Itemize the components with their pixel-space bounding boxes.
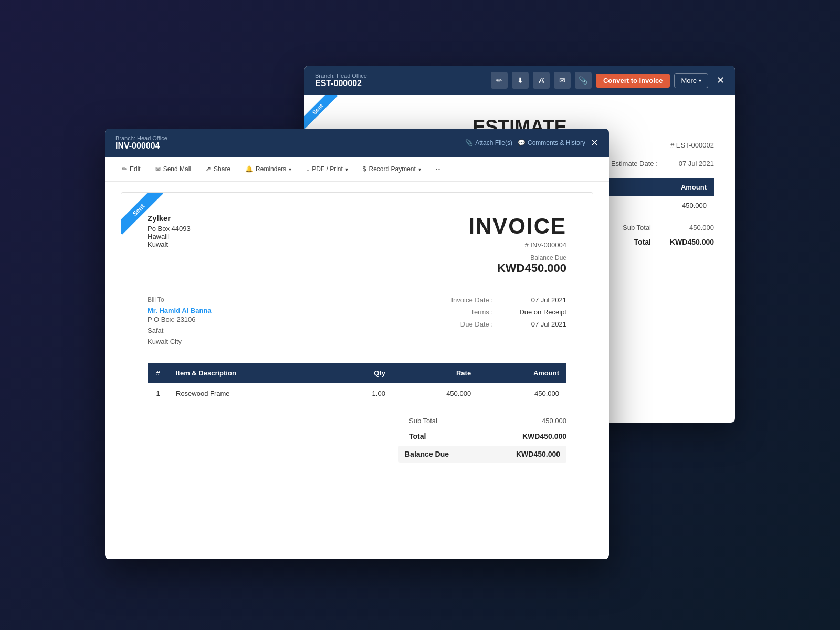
attach-files-button[interactable]: 📎 Attach File(s): [465, 139, 512, 146]
inv-row-item: Rosewood Frame: [169, 383, 332, 404]
inv-total-value: KWD450.000: [522, 432, 566, 440]
estimate-print-icon[interactable]: 🖨: [533, 72, 550, 89]
invoice-close-button[interactable]: ✕: [591, 137, 598, 149]
due-date-label: Due Date :: [440, 320, 493, 328]
invoice-doc-number: INV-000004: [116, 141, 167, 151]
estimate-close-button[interactable]: ✕: [717, 75, 724, 86]
estimate-save-icon[interactable]: ⬇: [512, 72, 529, 89]
inv-row-qty: 1.00: [332, 383, 393, 404]
invoice-ref: # INV-000004: [468, 241, 566, 249]
inv-subtotal-label: Sub Total: [409, 417, 437, 425]
send-mail-button[interactable]: ✉ Send Mail: [149, 162, 197, 176]
due-date-row: Due Date : 07 Jul 2021: [440, 320, 566, 328]
invoice-window: Branch: Head Office INV-000004 📎 Attach …: [105, 129, 609, 559]
estimate-header-actions: ✏ ⬇ 🖨 ✉ 📎 Convert to Invoice More ▾ ✕: [491, 72, 724, 89]
table-row: 1 Rosewood Frame 1.00 450.000 450.000: [148, 383, 566, 404]
inv-col-qty: Qty: [332, 363, 393, 383]
reminders-chevron-icon: ▾: [289, 166, 291, 172]
invoice-header: Branch: Head Office INV-000004 📎 Attach …: [105, 129, 609, 157]
pdf-print-button[interactable]: ↓ PDF / Print ▾: [300, 162, 354, 176]
invoice-dates: Invoice Date : 07 Jul 2021 Terms : Due o…: [440, 296, 566, 347]
inv-col-rate: Rate: [393, 363, 478, 383]
paperclip-icon: 📎: [465, 139, 473, 146]
estimate-mail-icon[interactable]: ✉: [554, 72, 571, 89]
pdf-icon: ↓: [306, 165, 309, 173]
invoice-toolbar: ✏ Edit ✉ Send Mail ⇗ Share 🔔 Reminders ▾…: [105, 157, 609, 182]
invoice-big-title: INVOICE: [468, 214, 566, 239]
invoice-branch: Branch: Head Office: [116, 135, 167, 141]
payment-chevron-icon: ▾: [418, 166, 421, 172]
inv-col-item: Item & Description: [169, 363, 332, 383]
payment-icon: $: [363, 165, 366, 173]
client-address: P O Box: 23106 Safat Kuwait City: [148, 314, 212, 347]
edit-button[interactable]: ✏ Edit: [116, 162, 147, 176]
invoice-content: Zylker Po Box 44093 Hawalli Kuwait INVOI…: [105, 182, 609, 554]
estimate-date-value: 07 Jul 2021: [679, 160, 714, 167]
inv-row-amount: 450.000: [478, 383, 566, 404]
terms-label: Terms :: [440, 308, 493, 316]
inv-balance-value: KWD450.000: [516, 450, 560, 458]
convert-to-invoice-button[interactable]: Convert to Invoice: [596, 74, 670, 88]
inv-total-row: Total KWD450.000: [409, 430, 566, 443]
estimate-attach-icon[interactable]: 📎: [575, 72, 592, 89]
more-chevron-icon: ▾: [699, 78, 701, 83]
estimate-header-left: Branch: Head Office EST-000002: [315, 72, 367, 88]
estimate-doc-number: EST-000002: [315, 79, 367, 88]
edit-icon: ✏: [122, 165, 127, 173]
terms-row: Terms : Due on Receipt: [440, 308, 566, 316]
mail-icon: ✉: [155, 165, 161, 173]
pdf-chevron-icon: ▾: [345, 166, 348, 172]
estimate-edit-icon[interactable]: ✏: [491, 72, 508, 89]
scene: Branch: Head Office EST-000002 ✏ ⬇ 🖨 ✉ 📎…: [105, 66, 735, 564]
invoice-header-actions: 📎 Attach File(s) 💬 Comments & History ✕: [465, 137, 598, 149]
inv-row-num: 1: [148, 383, 169, 404]
invoice-middle: Bill To Mr. Hamid Al Banna P O Box: 2310…: [148, 296, 566, 347]
more-actions-button[interactable]: ···: [429, 162, 447, 176]
invoice-date-label: Invoice Date :: [440, 296, 493, 304]
bill-to-block: Bill To Mr. Hamid Al Banna P O Box: 2310…: [148, 296, 212, 347]
record-payment-button[interactable]: $ Record Payment ▾: [356, 162, 427, 176]
balance-block: Balance Due KWD450.000: [468, 254, 566, 275]
estimate-branch: Branch: Head Office: [315, 72, 367, 79]
inv-row-rate: 450.000: [393, 383, 478, 404]
invoice-sent-ribbon: [121, 193, 174, 245]
estimate-header: Branch: Head Office EST-000002 ✏ ⬇ 🖨 ✉ 📎…: [304, 66, 735, 95]
invoice-table: # Item & Description Qty Rate Amount 1 R…: [148, 363, 566, 404]
inv-balance-row: Balance Due KWD450.000: [398, 446, 566, 463]
comment-icon: 💬: [518, 139, 526, 146]
client-name-link[interactable]: Mr. Hamid Al Banna: [148, 307, 212, 314]
share-icon: ⇗: [206, 165, 211, 173]
comments-history-button[interactable]: 💬 Comments & History: [518, 139, 585, 146]
client-addr2: Safat: [148, 326, 212, 337]
bill-to-label: Bill To: [148, 296, 212, 303]
invoice-paper: Zylker Po Box 44093 Hawalli Kuwait INVOI…: [121, 192, 593, 554]
invoice-date-value: 07 Jul 2021: [514, 296, 566, 304]
inv-col-amount: Amount: [478, 363, 566, 383]
inv-subtotal-value: 450.000: [542, 417, 566, 425]
bell-icon: 🔔: [245, 165, 253, 173]
client-addr3: Kuwait City: [148, 337, 212, 348]
client-addr1: P O Box: 23106: [148, 314, 212, 326]
invoice-title-block: INVOICE # INV-000004 Balance Due KWD450.…: [468, 214, 566, 275]
reminders-button[interactable]: 🔔 Reminders ▾: [239, 162, 298, 176]
inv-balance-label: Balance Due: [405, 450, 449, 458]
share-button[interactable]: ⇗ Share: [200, 162, 237, 176]
due-date-value: 07 Jul 2021: [514, 320, 566, 328]
inv-subtotal-row: Sub Total 450.000: [409, 415, 566, 427]
estimate-date-label: Estimate Date :: [611, 160, 658, 167]
terms-value: Due on Receipt: [514, 308, 566, 316]
balance-due-amount: KWD450.000: [468, 261, 566, 275]
invoice-date-row: Invoice Date : 07 Jul 2021: [440, 296, 566, 304]
invoice-header-left: Branch: Head Office INV-000004: [116, 135, 167, 151]
more-button[interactable]: More ▾: [674, 73, 708, 88]
balance-due-label: Balance Due: [468, 254, 566, 261]
inv-col-hash: #: [148, 363, 169, 383]
invoice-header-info: Zylker Po Box 44093 Hawalli Kuwait INVOI…: [148, 214, 566, 275]
inv-total-label: Total: [409, 432, 426, 440]
est-subtotal-value: 450.000: [662, 224, 714, 232]
invoice-totals: Sub Total 450.000 Total KWD450.000 Balan…: [148, 415, 566, 463]
est-total-value: KWD450.000: [662, 238, 714, 246]
